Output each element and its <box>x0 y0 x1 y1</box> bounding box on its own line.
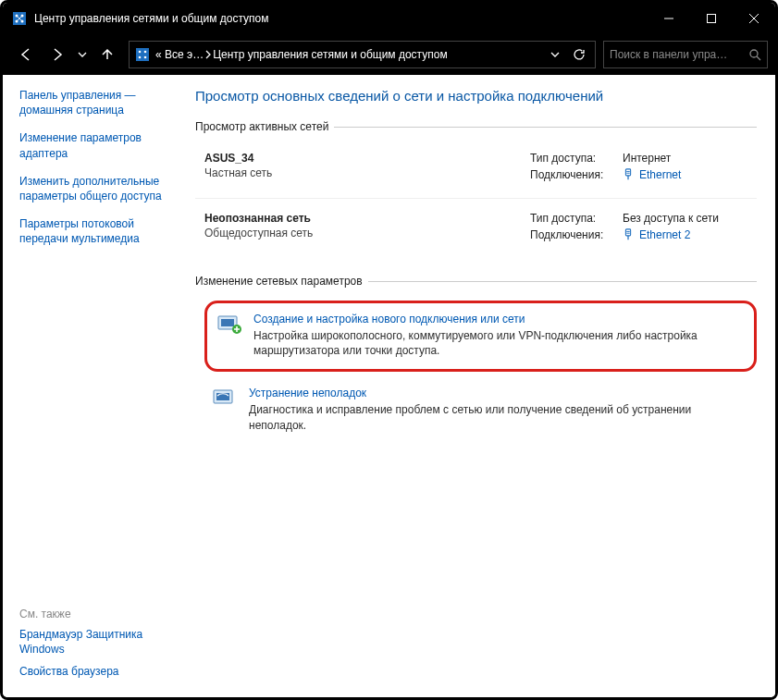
close-button[interactable] <box>733 3 775 34</box>
sidebar-link-sharing[interactable]: Изменить дополнительные параметры общего… <box>19 174 184 203</box>
main-panel: Просмотр основных сведений о сети и наст… <box>195 75 775 697</box>
svg-point-11 <box>750 50 758 57</box>
see-also-firewall[interactable]: Брандмауэр Защитника Windows <box>19 628 184 657</box>
content: Панель управления — домашняя страница Из… <box>3 75 775 697</box>
new-connection-icon <box>216 313 242 358</box>
network-name: Неопознанная сеть <box>204 212 530 225</box>
task-link[interactable]: Создание и настройка нового подключения … <box>253 313 525 325</box>
address-dropdown[interactable] <box>543 50 567 59</box>
access-label: Тип доступа: <box>530 212 623 225</box>
titlebar: Центр управления сетями и общим доступом <box>3 3 775 34</box>
troubleshoot-icon <box>212 387 238 432</box>
access-label: Тип доступа: <box>530 152 623 165</box>
network-name: ASUS_34 <box>204 152 530 165</box>
navbar: « Все э… Центр управления сетями и общим… <box>3 34 775 75</box>
breadcrumb-root-label: « Все э… <box>155 48 204 61</box>
active-networks-group: Просмотр активных сетей ASUS_34 Частная … <box>195 120 757 258</box>
active-networks-legend: Просмотр активных сетей <box>195 120 334 133</box>
conn-label: Подключения: <box>530 228 623 241</box>
svg-rect-5 <box>708 15 716 23</box>
window-title: Центр управления сетями и общим доступом <box>34 12 648 25</box>
history-dropdown[interactable] <box>73 40 92 69</box>
change-params-group: Изменение сетевых параметров Создание и … <box>195 275 757 442</box>
breadcrumb-current[interactable]: Центр управления сетями и общим доступом <box>213 48 448 61</box>
page-heading: Просмотр основных сведений о сети и наст… <box>195 88 757 104</box>
minimize-button[interactable] <box>648 3 690 34</box>
conn-link[interactable]: Ethernet <box>623 168 681 181</box>
network-kind: Общедоступная сеть <box>204 227 530 239</box>
svg-point-10 <box>144 56 147 59</box>
task-link[interactable]: Устранение неполадок <box>249 387 366 399</box>
addr-icon <box>135 47 150 62</box>
app-icon <box>12 11 27 26</box>
breadcrumb-root[interactable]: « Все э… <box>155 48 204 61</box>
search-box[interactable]: Поиск в панели упра… <box>603 41 768 68</box>
maximize-button[interactable] <box>690 3 733 34</box>
conn-label: Подключения: <box>530 168 623 181</box>
search-placeholder: Поиск в панели упра… <box>610 48 748 61</box>
sidebar-link-adapter[interactable]: Изменение параметров адаптера <box>19 130 184 160</box>
sidebar: Панель управления — домашняя страница Из… <box>3 75 195 697</box>
network-row: Неопознанная сеть Общедоступная сеть Тип… <box>195 198 757 258</box>
access-value: Интернет <box>623 152 671 165</box>
network-kind: Частная сеть <box>204 166 530 179</box>
task-desc: Диагностика и исправление проблем с сеть… <box>249 402 749 432</box>
address-bar[interactable]: « Все э… Центр управления сетями и общим… <box>129 41 596 68</box>
sidebar-link-home[interactable]: Панель управления — домашняя страница <box>19 88 184 117</box>
svg-rect-13 <box>625 229 630 236</box>
access-value: Без доступа к сети <box>623 212 719 225</box>
task-desc: Настройка широкополосного, коммутируемог… <box>253 328 743 358</box>
up-button[interactable] <box>92 40 123 69</box>
search-icon <box>748 48 761 61</box>
chevron-right-icon <box>204 50 213 59</box>
refresh-button[interactable] <box>567 48 591 61</box>
task-new-connection[interactable]: Создание и настройка нового подключения … <box>204 301 757 372</box>
svg-rect-15 <box>221 319 234 326</box>
breadcrumb-current-label: Центр управления сетями и общим доступом <box>213 48 448 61</box>
network-row: ASUS_34 Частная сеть Тип доступа: Интерн… <box>195 144 757 198</box>
see-also-section: См. также Брандмауэр Защитника Windows С… <box>19 608 184 688</box>
forward-button[interactable] <box>42 40 73 69</box>
change-params-legend: Изменение сетевых параметров <box>195 275 368 288</box>
task-troubleshoot[interactable]: Устранение неполадок Диагностика и испра… <box>195 381 757 441</box>
sidebar-link-media[interactable]: Параметры потоковой передачи мультимедиа <box>19 216 184 246</box>
conn-link[interactable]: Ethernet 2 <box>623 228 690 241</box>
back-button[interactable] <box>10 40 42 69</box>
svg-rect-12 <box>625 169 630 176</box>
ethernet-icon <box>623 168 634 181</box>
svg-point-9 <box>139 56 142 59</box>
svg-point-8 <box>144 51 147 54</box>
svg-point-7 <box>139 51 142 54</box>
see-also-browser[interactable]: Свойства браузера <box>19 665 184 680</box>
see-also-header: См. также <box>19 608 184 620</box>
ethernet-icon <box>623 228 634 241</box>
svg-rect-6 <box>136 48 149 61</box>
